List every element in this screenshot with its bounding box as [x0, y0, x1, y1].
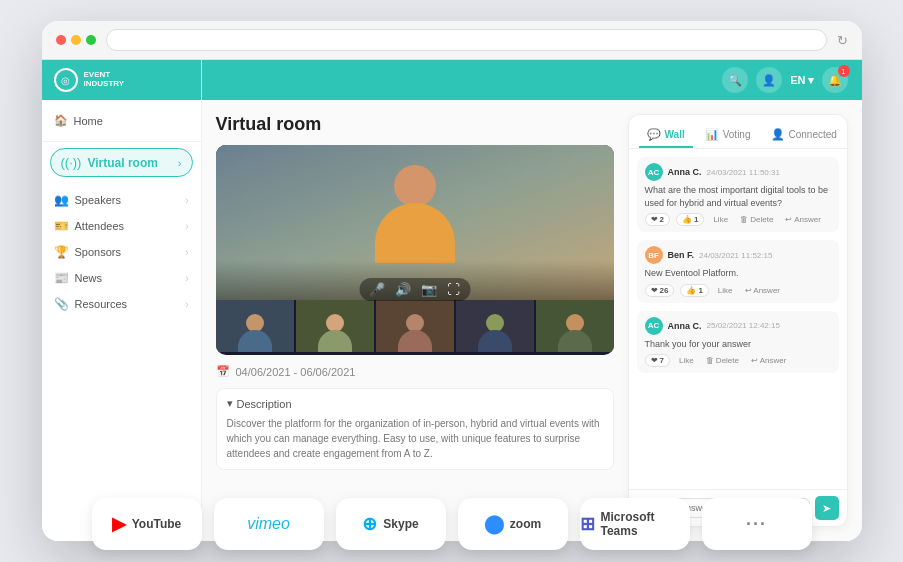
- news-icon: 📰: [54, 271, 69, 285]
- sidebar-item-resources[interactable]: 📎 Resources ›: [42, 291, 201, 317]
- platform-vimeo[interactable]: vimeo: [214, 498, 324, 550]
- platform-youtube[interactable]: ▶ YouTube: [92, 498, 202, 550]
- platform-zoom[interactable]: ⬤ zoom: [458, 498, 568, 550]
- description-toggle[interactable]: ▾ Description: [227, 397, 603, 410]
- reaction-like-2[interactable]: 👍 1: [680, 284, 708, 297]
- main-video: [216, 145, 614, 300]
- youtube-icon: ▶: [112, 513, 126, 535]
- close-dot[interactable]: [56, 35, 66, 45]
- video-thumbnails: [216, 300, 614, 352]
- search-icon-btn[interactable]: 🔍: [722, 67, 748, 93]
- delete-btn-1[interactable]: 🗑 Delete: [737, 214, 776, 225]
- right-panel: 💬 Wall 📊 Voting 👤 Connected: [628, 114, 848, 527]
- answer-btn-3[interactable]: ↩ Answer: [748, 355, 789, 366]
- like-btn-1[interactable]: Like: [710, 214, 731, 225]
- reaction-heart-3[interactable]: ❤ 7: [645, 354, 670, 367]
- camera-control[interactable]: 📷: [421, 282, 437, 297]
- description-text: Discover the platform for the organizati…: [227, 416, 603, 461]
- msg-author-3: Anna C.: [668, 321, 702, 331]
- sidebar-item-news[interactable]: 📰 News ›: [42, 265, 201, 291]
- skype-icon: ⊕: [362, 513, 377, 535]
- home-label: Home: [74, 115, 103, 127]
- connected-tab-icon: 👤: [771, 128, 785, 141]
- reaction-heart-2[interactable]: ❤ 26: [645, 284, 675, 297]
- sidebar-header: ◎ EVENT INDUSTRY: [42, 60, 201, 100]
- avatar-2: BF: [645, 246, 663, 264]
- calendar-icon: 📅: [216, 365, 230, 378]
- virtual-room-icon: ((·)): [61, 155, 82, 170]
- home-icon: 🏠: [54, 114, 68, 127]
- fullscreen-control[interactable]: ⛶: [447, 282, 460, 297]
- msg-author-2: Ben F.: [668, 250, 695, 260]
- msg-text-3: Thank you for your answer: [645, 338, 831, 351]
- msg-author-1: Anna C.: [668, 167, 702, 177]
- url-bar[interactable]: [106, 29, 827, 51]
- sponsors-chevron-icon: ›: [185, 247, 188, 258]
- platform-more[interactable]: ···: [702, 498, 812, 550]
- platforms-bar: ▶ YouTube vimeo ⊕ Skype ⬤ zoom ⊞ Microso…: [92, 498, 812, 550]
- msg-actions-1: ❤ 2 👍 1 Like 🗑 Delete ↩ Answer: [645, 213, 831, 226]
- language-button[interactable]: EN ▾: [790, 74, 813, 87]
- platform-teams[interactable]: ⊞ Microsoft Teams: [580, 498, 690, 550]
- sidebar: ◎ EVENT INDUSTRY 🏠 Home ((·)) Virtual ro…: [42, 60, 202, 541]
- notification-badge: 1: [838, 65, 850, 77]
- home-nav-item[interactable]: 🏠 Home: [42, 108, 201, 133]
- msg-text-1: What are the most important digital tool…: [645, 184, 831, 209]
- virtual-room-chevron-icon: ›: [178, 157, 182, 169]
- resources-icon: 📎: [54, 297, 69, 311]
- vr-badge-left: ((·)) Virtual room: [61, 155, 158, 170]
- maximize-dot[interactable]: [86, 35, 96, 45]
- sidebar-nav-top: 🏠 Home: [42, 100, 201, 142]
- sponsors-icon: 🏆: [54, 245, 69, 259]
- wall-tab-label: Wall: [665, 129, 685, 140]
- description-label: Description: [237, 398, 292, 410]
- connected-tab-label: Connected: [789, 129, 837, 140]
- logo-text: EVENT INDUSTRY: [84, 71, 125, 89]
- answer-btn-1[interactable]: ↩ Answer: [782, 214, 823, 225]
- minimize-dot[interactable]: [71, 35, 81, 45]
- delete-btn-3[interactable]: 🗑 Delete: [703, 355, 742, 366]
- speaker-control[interactable]: 🔊: [395, 282, 411, 297]
- like-btn-2[interactable]: Like: [715, 285, 736, 296]
- video-controls: 🎤 🔊 📷 ⛶: [359, 278, 470, 301]
- speakers-icon: 👥: [54, 193, 69, 207]
- msg-actions-2: ❤ 26 👍 1 Like ↩ Answer: [645, 284, 831, 297]
- more-label: ···: [746, 514, 767, 535]
- tab-wall[interactable]: 💬 Wall: [639, 123, 693, 148]
- user-icon-btn[interactable]: 👤: [756, 67, 782, 93]
- reaction-heart-1[interactable]: ❤ 2: [645, 213, 670, 226]
- notifications-button[interactable]: 🔔 1: [822, 67, 848, 93]
- chevron-down-icon: ▾: [227, 397, 233, 410]
- main-content: 🔍 👤 EN ▾ 🔔 1 Virtual room: [202, 60, 862, 541]
- thumb-4: [456, 300, 534, 352]
- browser-bar: ↻: [42, 21, 862, 60]
- sidebar-menu: 👥 Speakers › 🎫 Attendees › 🏆 Sponsors: [42, 183, 201, 321]
- attendees-icon: 🎫: [54, 219, 69, 233]
- virtual-room-badge[interactable]: ((·)) Virtual room ›: [50, 148, 193, 177]
- send-button[interactable]: ➤: [815, 496, 839, 520]
- answer-btn-2[interactable]: ↩ Answer: [742, 285, 783, 296]
- voting-tab-icon: 📊: [705, 128, 719, 141]
- sidebar-item-attendees[interactable]: 🎫 Attendees ›: [42, 213, 201, 239]
- refresh-icon[interactable]: ↻: [837, 33, 848, 48]
- virtual-room-label: Virtual room: [87, 156, 157, 170]
- left-panel: Virtual room: [216, 114, 614, 527]
- msg-time-2: 24/03/2021 11:52:15: [699, 251, 772, 260]
- description-section: ▾ Description Discover the platform for …: [216, 388, 614, 470]
- reaction-like-1[interactable]: 👍 1: [676, 213, 704, 226]
- tab-voting[interactable]: 📊 Voting: [697, 123, 759, 148]
- microphone-control[interactable]: 🎤: [369, 282, 385, 297]
- thumb-2: [296, 300, 374, 352]
- sidebar-item-sponsors[interactable]: 🏆 Sponsors ›: [42, 239, 201, 265]
- like-btn-3[interactable]: Like: [676, 355, 697, 366]
- youtube-label: YouTube: [132, 517, 182, 531]
- vimeo-label: vimeo: [247, 515, 290, 533]
- thumb-3: [376, 300, 454, 352]
- sidebar-item-speakers[interactable]: 👥 Speakers ›: [42, 187, 201, 213]
- tab-connected[interactable]: 👤 Connected: [763, 123, 845, 148]
- skype-label: Skype: [383, 517, 418, 531]
- event-date: 📅 04/06/2021 - 06/06/2021: [216, 365, 614, 378]
- platform-skype[interactable]: ⊕ Skype: [336, 498, 446, 550]
- top-bar: 🔍 👤 EN ▾ 🔔 1: [202, 60, 862, 100]
- speakers-label: Speakers: [75, 194, 121, 206]
